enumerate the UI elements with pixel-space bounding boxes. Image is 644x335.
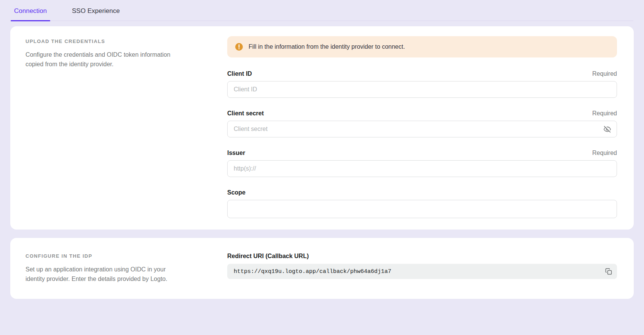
issuer-required-badge: Required: [592, 150, 617, 156]
alert-banner: Fill in the information from the identit…: [227, 36, 617, 57]
field-scope: Scope: [227, 189, 617, 218]
client-secret-input[interactable]: [227, 121, 617, 137]
credentials-form: Fill in the information from the identit…: [227, 36, 617, 218]
scope-label: Scope: [227, 189, 245, 196]
redirect-uri-value: https://qxq19u.logto.app/callback/phw64a…: [234, 268, 602, 275]
credentials-card-description-column: UPLOAD THE CREDENTIALS Configure the cre…: [26, 36, 227, 69]
idp-card-description-column: CONFIGURE IN THE IDP Set up an applicati…: [26, 251, 227, 284]
alert-text: Fill in the information from the identit…: [249, 43, 405, 50]
redirect-uri-box: https://qxq19u.logto.app/callback/phw64a…: [227, 264, 617, 279]
toggle-secret-visibility-button[interactable]: [600, 122, 614, 136]
section-title: UPLOAD THE CREDENTIALS: [26, 38, 182, 44]
client-id-required-badge: Required: [592, 70, 617, 77]
copy-button[interactable]: [602, 265, 615, 278]
client-id-input[interactable]: [227, 81, 617, 98]
field-issuer: Issuer Required: [227, 150, 617, 177]
scope-input[interactable]: [227, 200, 617, 218]
tab-connection[interactable]: Connection: [11, 7, 50, 21]
field-client-secret: Client secret Required: [227, 110, 617, 137]
copy-icon: [605, 268, 612, 275]
client-secret-required-badge: Required: [592, 110, 617, 117]
field-client-id: Client ID Required: [227, 70, 617, 98]
section-title: CONFIGURE IN THE IDP: [26, 253, 182, 259]
client-secret-label: Client secret: [227, 110, 264, 117]
section-description: Configure the credentials and OIDC token…: [26, 50, 179, 69]
idp-card: CONFIGURE IN THE IDP Set up an applicati…: [10, 238, 634, 299]
client-id-label: Client ID: [227, 70, 252, 77]
idp-form: Redirect URI (Callback URL) https://qxq1…: [227, 251, 617, 279]
tab-bar: Connection SSO Experience: [11, 0, 633, 21]
section-description: Set up an application integration using …: [26, 265, 179, 284]
issuer-label: Issuer: [227, 150, 245, 156]
tab-sso-experience[interactable]: SSO Experience: [69, 7, 123, 21]
eye-off-icon: [603, 125, 611, 133]
redirect-uri-label: Redirect URI (Callback URL): [227, 253, 617, 260]
alert-circle-icon: [235, 43, 243, 51]
credentials-card: UPLOAD THE CREDENTIALS Configure the cre…: [10, 26, 634, 230]
issuer-input[interactable]: [227, 160, 617, 177]
